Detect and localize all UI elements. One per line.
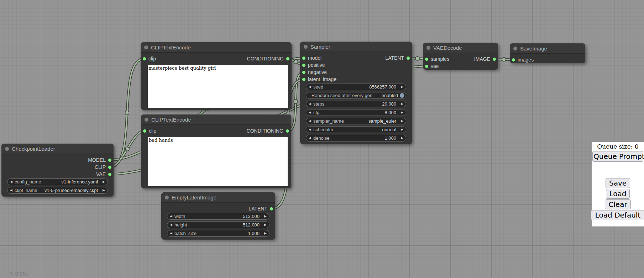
decrement-arrow-icon[interactable]: ◀ <box>10 189 12 192</box>
CONDITIONING-output-dot[interactable] <box>286 57 289 60</box>
load-button[interactable]: Load <box>606 189 630 199</box>
checkpoint-loader-node[interactable]: CheckpointLoaderMODELCLIPVAE◀config_name… <box>1 144 114 197</box>
increment-arrow-icon[interactable]: ▶ <box>264 223 267 226</box>
vae-input-slot[interactable]: vae <box>423 63 439 70</box>
height-widget[interactable]: ◀height512.000▶ <box>167 221 269 228</box>
increment-arrow-icon[interactable]: ▶ <box>401 137 403 140</box>
collapse-dot[interactable] <box>426 46 430 50</box>
decrement-arrow-icon[interactable]: ◀ <box>309 137 311 140</box>
increment-arrow-icon[interactable]: ▶ <box>401 128 403 131</box>
link-midpoint-dot <box>294 60 298 64</box>
sampler-name-widget[interactable]: ◀sampler_namesample_euler▶ <box>306 118 406 124</box>
decrement-arrow-icon[interactable]: ◀ <box>309 111 311 114</box>
sampler-node[interactable]: SamplermodelLATENTpositivenegativelatent… <box>300 42 412 144</box>
queue-prompt-button[interactable]: Queue Prompt <box>592 151 643 162</box>
scheduler-widget[interactable]: ◀schedulernormal▶ <box>306 126 406 133</box>
collapse-dot[interactable] <box>5 147 9 151</box>
images-input-slot[interactable]: images <box>510 56 534 63</box>
clip-input-slot[interactable]: clip <box>141 127 156 134</box>
CONDITIONING-output-dot[interactable] <box>286 129 289 133</box>
increment-arrow-icon[interactable]: ▶ <box>264 232 267 235</box>
clear-button[interactable]: Clear <box>605 199 630 209</box>
clip-input-slot[interactable]: clip <box>141 55 156 62</box>
decrement-arrow-icon[interactable]: ◀ <box>10 180 12 183</box>
slot-row: modelLATENT <box>300 54 412 62</box>
negative-input-dot[interactable] <box>302 71 305 74</box>
CONDITIONING-output-slot[interactable]: CONDITIONING <box>247 55 292 62</box>
decrement-arrow-icon[interactable]: ◀ <box>309 102 311 106</box>
model-input-slot[interactable]: model <box>300 54 321 62</box>
width-widget[interactable]: ◀width512.000▶ <box>167 213 269 220</box>
clip-text-encode-negative-node[interactable]: CLIPTextEncodeclipCONDITIONINGbad hands <box>141 114 291 188</box>
steps-widget[interactable]: ◀steps20.000▶ <box>306 101 406 107</box>
increment-arrow-icon[interactable]: ▶ <box>401 119 403 123</box>
CLIP-output-slot[interactable]: CLIP <box>95 164 114 171</box>
VAE-output-dot[interactable] <box>108 173 111 176</box>
widget-label: width <box>174 214 185 219</box>
ckpt-name-widget[interactable]: ◀ckpt_namev1-5-pruned-emaonly.ckpt▶ <box>7 187 108 194</box>
negative-input-slot[interactable]: negative <box>300 69 327 76</box>
slot-row: clipCONDITIONING <box>141 55 292 62</box>
prompt-textarea[interactable]: masterpiece best quality girl <box>148 65 288 108</box>
decrement-arrow-icon[interactable]: ◀ <box>309 128 311 131</box>
collapse-dot[interactable] <box>165 196 169 199</box>
decrement-arrow-icon[interactable]: ◀ <box>170 223 172 226</box>
IMAGE-output-dot[interactable] <box>493 58 496 61</box>
clip-input-dot[interactable] <box>143 57 146 60</box>
denoise-widget[interactable]: ◀denoise1.000▶ <box>306 135 406 141</box>
samples-input-slot[interactable]: samples <box>423 55 449 63</box>
positive-input-dot[interactable] <box>302 64 305 67</box>
latent_image-input-slot[interactable]: latent_image <box>300 76 336 83</box>
load-default-button[interactable]: Load Default <box>591 210 644 220</box>
MODEL-output-dot[interactable] <box>108 159 111 162</box>
save-button[interactable]: Save <box>606 178 630 188</box>
LATENT-output-slot[interactable]: LATENT <box>385 54 412 62</box>
CLIP-output-dot[interactable] <box>108 166 111 169</box>
LATENT-output-dot[interactable] <box>407 57 410 60</box>
latent_image-input-dot[interactable] <box>302 78 305 81</box>
MODEL-output-slot[interactable]: MODEL <box>88 156 114 164</box>
batch-size-widget[interactable]: ◀batch_size1.000▶ <box>167 230 269 237</box>
collapse-dot[interactable] <box>513 47 517 50</box>
vae-decode-node[interactable]: VAEDecodesamplesIMAGEvae <box>423 43 498 70</box>
config-name-widget[interactable]: ◀config_namev1-inference.yaml▶ <box>7 178 108 185</box>
decrement-arrow-icon[interactable]: ◀ <box>170 215 172 218</box>
random-seed-after-every-gen-widget[interactable]: Random seed after every genenabled <box>306 92 406 99</box>
collapse-dot[interactable] <box>145 118 148 122</box>
seed-widget[interactable]: ◀seed8566257.000▶ <box>306 84 406 90</box>
cfg-widget[interactable]: ◀cfg8.000▶ <box>306 109 406 116</box>
graph-canvas[interactable]: CheckpointLoaderMODELCLIPVAE◀config_name… <box>0 0 644 278</box>
increment-arrow-icon[interactable]: ▶ <box>401 102 403 106</box>
prompt-textarea[interactable]: bad hands <box>148 137 288 186</box>
decrement-arrow-icon[interactable]: ◀ <box>170 232 172 235</box>
node-title-bar: CLIPTextEncode <box>141 42 292 53</box>
IMAGE-output-slot[interactable]: IMAGE <box>474 55 498 63</box>
samples-input-dot[interactable] <box>425 58 428 61</box>
save-image-node[interactable]: SaveImageimages <box>510 43 585 63</box>
decrement-arrow-icon[interactable]: ◀ <box>309 119 311 123</box>
LATENT-output-dot[interactable] <box>270 207 273 210</box>
increment-arrow-icon[interactable]: ▶ <box>401 111 403 114</box>
increment-arrow-icon[interactable]: ▶ <box>401 85 403 89</box>
VAE-output-slot[interactable]: VAE <box>96 171 114 178</box>
node-title-text: EmptyLatentImage <box>172 194 216 201</box>
positive-input-slot[interactable]: positive <box>300 62 325 69</box>
LATENT-output-slot[interactable]: LATENT <box>248 205 275 212</box>
decrement-arrow-icon[interactable]: ◀ <box>309 85 311 89</box>
clip-text-encode-positive-node[interactable]: CLIPTextEncodeclipCONDITIONINGmasterpiec… <box>141 42 292 110</box>
toggle-dot[interactable] <box>400 93 404 98</box>
increment-arrow-icon[interactable]: ▶ <box>264 215 267 218</box>
clip-input-dot[interactable] <box>143 129 146 133</box>
CONDITIONING-output-slot[interactable]: CONDITIONING <box>247 127 291 134</box>
increment-arrow-icon[interactable]: ▶ <box>103 189 105 192</box>
widget-value: normal <box>382 127 396 132</box>
input-slot-label: clip <box>148 56 156 62</box>
collapse-dot[interactable] <box>144 46 148 49</box>
collapse-dot[interactable] <box>304 45 308 49</box>
increment-arrow-icon[interactable]: ▶ <box>103 180 105 183</box>
empty-latent-image-node[interactable]: EmptyLatentImageLATENT◀width512.000▶◀hei… <box>161 192 275 240</box>
vae-input-dot[interactable] <box>425 65 428 68</box>
widget-label: config_name <box>15 179 41 185</box>
images-input-dot[interactable] <box>512 58 515 62</box>
model-input-dot[interactable] <box>302 57 305 60</box>
